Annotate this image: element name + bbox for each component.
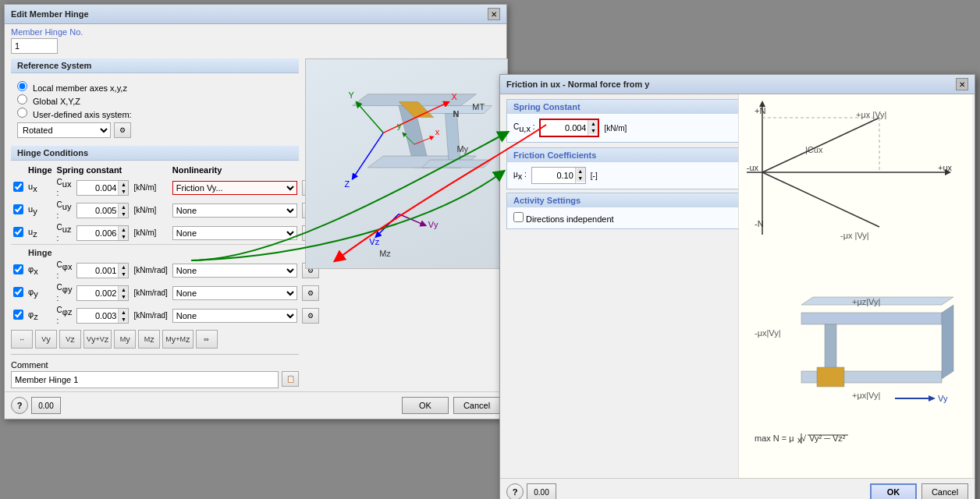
toolbar-mymz-btn[interactable]: My+Mz <box>162 330 193 349</box>
cuy-up[interactable]: ▲ <box>119 203 128 211</box>
cphix-up[interactable]: ▲ <box>119 264 128 271</box>
cphiz-label: Cφz : <box>55 304 75 327</box>
ux-nonlin-select[interactable]: Friction Vy... <box>172 181 297 195</box>
cphiz-down[interactable]: ▼ <box>119 316 128 323</box>
phiz-check[interactable] <box>13 310 23 320</box>
phix-check[interactable] <box>13 264 23 274</box>
phiy-check[interactable] <box>13 287 23 297</box>
toolbar-all-btn[interactable]: ↔ <box>11 330 33 349</box>
svg-marker-44 <box>942 305 953 379</box>
cphiy-label: Cφy : <box>55 281 75 304</box>
secondary-bottom-left: ? 0.00 <box>506 483 556 499</box>
cphiy-down[interactable]: ▼ <box>119 293 128 300</box>
secondary-dialog-close[interactable]: ✕ <box>956 78 968 90</box>
hinge-no-input[interactable] <box>11 38 58 54</box>
cuz-down[interactable]: ▼ <box>119 233 128 240</box>
toolbar-mz-btn[interactable]: Mz <box>138 330 160 349</box>
phiz-nonlin-btn[interactable]: ⚙ <box>302 308 319 324</box>
phix-label: φx <box>26 259 55 281</box>
bottom-right: OK Cancel <box>402 397 500 414</box>
cuy-input[interactable] <box>77 203 118 218</box>
main-cancel-btn[interactable]: Cancel <box>453 397 500 414</box>
cuz-up[interactable]: ▲ <box>119 226 128 233</box>
table-row: ux Cux : ▲ ▼ <box>11 176 321 199</box>
svg-text:-ux: -ux <box>747 163 759 172</box>
cuy-input-wrapper: ▲▼ <box>76 203 129 218</box>
phiz-nonlin-select[interactable]: None <box>172 309 297 323</box>
svg-text:MT: MT <box>472 102 485 111</box>
ref-global-label[interactable]: Global X,Y,Z <box>17 94 293 106</box>
cuy-down[interactable]: ▼ <box>119 211 128 218</box>
zero-btn[interactable]: 0.00 <box>31 397 61 414</box>
cuz-input[interactable] <box>77 226 118 240</box>
uy-nonlin-select[interactable]: None <box>172 203 297 218</box>
help-btn[interactable]: ? <box>11 397 28 414</box>
ref-local-label[interactable]: Local member axes x,y,z <box>17 81 293 93</box>
main-ok-btn[interactable]: OK <box>402 397 449 414</box>
phix-nonlin-select[interactable]: None <box>172 264 297 278</box>
cux-down[interactable]: ▼ <box>119 188 128 195</box>
toolbar-my-btn[interactable]: My <box>114 330 136 349</box>
ref-local-radio[interactable] <box>17 81 27 91</box>
secondary-bottom-right: OK Cancel <box>870 483 968 499</box>
main-dialog-bottom: ? 0.00 OK Cancel <box>5 391 506 419</box>
cphiy-up[interactable]: ▲ <box>119 286 128 293</box>
rotated-settings-btn[interactable]: ⚙ <box>114 122 131 138</box>
cphiz-up[interactable]: ▲ <box>119 309 128 316</box>
cphix-input[interactable] <box>77 264 118 278</box>
toolbar-vyvz-btn[interactable]: Vy+Vz <box>83 330 112 349</box>
secondary-zero-btn[interactable]: 0.00 <box>527 483 556 499</box>
svg-text:My: My <box>457 144 469 154</box>
toolbar-vy-btn[interactable]: Vy <box>35 330 57 349</box>
svg-line-20 <box>375 214 399 238</box>
cux-secondary-input[interactable] <box>541 120 588 136</box>
cux-input[interactable] <box>77 181 118 195</box>
phiz-unit: [kNm/rad] <box>131 304 169 327</box>
phiy-nonlin-btn[interactable]: ⚙ <box>302 285 319 301</box>
svg-text:Mz: Mz <box>379 249 391 258</box>
divider <box>11 354 299 355</box>
svg-rect-42 <box>825 324 836 371</box>
uy-check[interactable] <box>13 204 23 214</box>
secondary-ok-btn[interactable]: OK <box>870 483 917 499</box>
svg-text:+ux: +ux <box>938 163 953 172</box>
hinge-second-header: Hinge <box>11 245 321 260</box>
uy-unit: [kN/m] <box>131 199 169 221</box>
main-dialog-close[interactable]: ✕ <box>488 8 500 20</box>
secondary-dialog-title: Friction in ux - Normal force from y <box>506 80 649 89</box>
mux-input[interactable] <box>532 168 575 183</box>
uz-check[interactable] <box>13 227 23 237</box>
secondary-left-panel: Spring Constant Cu,x : ▲ ▼ [kN/m] <box>500 94 738 478</box>
toolbar-vz-btn[interactable]: Vz <box>59 330 81 349</box>
directions-independent-check[interactable] <box>513 212 524 222</box>
comment-btn[interactable]: 📋 <box>282 371 299 387</box>
svg-text:Vy: Vy <box>428 220 439 229</box>
uy-label: uy <box>26 199 55 221</box>
table-row: φy Cφy : ▲▼ [kNm/rad] None ⚙ <box>11 281 321 304</box>
mux-up[interactable]: ▲ <box>576 168 585 175</box>
cux-up[interactable]: ▲ <box>119 181 128 188</box>
model-preview-area: X Y Z x y N MT My Vz <box>305 58 508 269</box>
cux-secondary-up[interactable]: ▲ <box>588 120 598 127</box>
svg-text:+μx |Vy|: +μx |Vy| <box>856 110 886 119</box>
secondary-help-btn[interactable]: ? <box>506 483 524 499</box>
toolbar-extra-btn[interactable]: ⇔ <box>196 330 218 349</box>
model-3d-svg: X Y Z x y N MT My Vz <box>305 58 508 269</box>
cux-secondary-down[interactable]: ▼ <box>588 127 598 134</box>
directions-independent-label[interactable]: Directions independent <box>513 214 614 224</box>
ref-user-radio[interactable] <box>17 108 27 118</box>
phiy-nonlin-select[interactable]: None <box>172 286 297 300</box>
secondary-cancel-btn[interactable]: Cancel <box>921 483 968 499</box>
mux-down[interactable]: ▼ <box>576 175 585 182</box>
ux-check[interactable] <box>13 182 23 192</box>
cphiy-input[interactable] <box>77 286 118 300</box>
cphix-down[interactable]: ▼ <box>119 271 128 278</box>
cphiz-input[interactable] <box>77 309 118 323</box>
rotated-select[interactable]: Rotated <box>17 122 111 138</box>
uz-label: uz <box>26 221 55 245</box>
comment-input[interactable] <box>11 371 279 388</box>
ref-global-radio[interactable] <box>17 94 27 104</box>
ref-user-label[interactable]: User-defined axis system: <box>17 108 293 119</box>
uz-nonlin-select[interactable]: None <box>172 226 297 240</box>
friction-diagram-svg: +N +μx |Vy| -ux +ux -N |Cux <box>739 94 972 476</box>
